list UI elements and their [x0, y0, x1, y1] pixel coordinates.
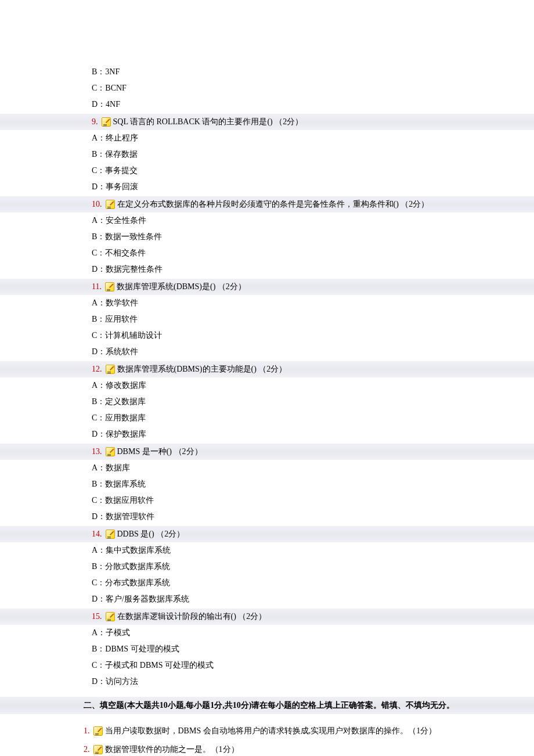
edit-icon[interactable] [106, 365, 115, 374]
option-a: A：数据库 [0, 460, 534, 476]
option-text: C：BCNF [0, 80, 534, 96]
question-header: 14. DDBS 是() （2分） [0, 526, 534, 542]
option-d: D：保护数据库 [0, 426, 534, 442]
edit-icon[interactable] [102, 117, 111, 127]
option-c: C：数据应用软件 [0, 492, 534, 509]
question-number: 10. [92, 199, 102, 210]
option-a: A：安全性条件 [0, 213, 534, 229]
question-header: 12. 数据库管理系统(DBMS)的主要功能是() （2分） [0, 361, 534, 377]
option-a: A：集中式数据库系统 [0, 542, 534, 559]
question-number: 11. [92, 281, 102, 293]
question-text: DBMS 是一种() （2分） [117, 446, 203, 458]
option-text: D：4NF [0, 96, 534, 113]
option-c: C：不相交条件 [0, 245, 534, 261]
edit-icon[interactable] [106, 530, 115, 539]
option-c: C：计算机辅助设计 [0, 327, 534, 344]
question-number: 13. [92, 446, 102, 458]
edit-icon[interactable] [105, 282, 114, 291]
option-a: A：数学软件 [0, 295, 534, 311]
question-14: 14. DDBS 是() （2分） A：集中式数据库系统 B：分散式数据库系统 … [0, 526, 534, 607]
option-b: B：数据一致性条件 [0, 229, 534, 245]
question-header: 15. 在数据库逻辑设计阶段的输出有() （2分） [0, 609, 534, 625]
option-text: B：3NF [0, 64, 534, 80]
question-text: SQL 语言的 ROLLBACK 语句的主要作用是() （2分） [113, 116, 304, 128]
option-b: B：保存数据 [0, 146, 534, 163]
option-a: A：子模式 [0, 625, 534, 641]
question-15: 15. 在数据库逻辑设计阶段的输出有() （2分） A：子模式 B：DBMS 可… [0, 609, 534, 690]
option-b: B：定义数据库 [0, 394, 534, 410]
question-text: 在数据库逻辑设计阶段的输出有() （2分） [117, 611, 267, 622]
option-d: D：客户/服务器数据库系统 [0, 591, 534, 607]
question-number: 1. [84, 725, 90, 737]
option-c: C：分布式数据库系统 [0, 575, 534, 591]
option-d: D：访问方法 [0, 674, 534, 690]
fill-question-2: 2. 数据管理软件的功能之一是。（1分） [0, 741, 534, 756]
edit-icon[interactable] [106, 447, 115, 456]
question-text: 当用户读取数据时，DBMS 会自动地将用户的请求转换成,实现用户对数据库的操作。… [105, 725, 437, 737]
question-text: 在定义分布式数据库的各种片段时必须遵守的条件是完备性条件，重构条件和() （2分… [117, 199, 430, 210]
question-12: 12. 数据库管理系统(DBMS)的主要功能是() （2分） A：修改数据库 B… [0, 361, 534, 442]
option-c: C：事务提交 [0, 163, 534, 179]
option-c: C：应用数据库 [0, 410, 534, 426]
question-header: 13. DBMS 是一种() （2分） [0, 444, 534, 460]
edit-icon[interactable] [93, 726, 103, 736]
question-13: 13. DBMS 是一种() （2分） A：数据库 B：数据库系统 C：数据应用… [0, 444, 534, 525]
orphan-options: B：3NF C：BCNF D：4NF [0, 64, 534, 113]
edit-icon[interactable] [93, 745, 103, 754]
edit-icon[interactable] [106, 612, 115, 621]
question-number: 14. [92, 528, 102, 540]
question-number: 12. [92, 363, 102, 375]
section-2-header: 二、填空题(本大题共10小题,每小题1分,共10分)请在每小题的空格上填上正确答… [0, 697, 534, 714]
option-a: A：终止程序 [0, 130, 534, 146]
option-a: A：修改数据库 [0, 377, 534, 394]
option-b: B：DBMS 可处理的模式 [0, 641, 534, 657]
question-11: 11. 数据库管理系统(DBMS)是() （2分） A：数学软件 B：应用软件 … [0, 279, 534, 360]
option-c: C：子模式和 DBMS 可处理的模式 [0, 657, 534, 674]
question-text: 数据库管理系统(DBMS)的主要功能是() （2分） [117, 363, 287, 375]
edit-icon[interactable] [106, 200, 115, 209]
question-text: 数据库管理系统(DBMS)是() （2分） [117, 281, 246, 293]
option-b: B：数据库系统 [0, 476, 534, 492]
question-number: 9. [92, 116, 98, 128]
question-header: 10. 在定义分布式数据库的各种片段时必须遵守的条件是完备性条件，重构条件和()… [0, 196, 534, 213]
option-b: B：分散式数据库系统 [0, 559, 534, 575]
option-d: D：数据完整性条件 [0, 261, 534, 278]
question-text: 数据管理软件的功能之一是。（1分） [105, 743, 239, 756]
option-d: D：系统软件 [0, 344, 534, 360]
question-text: DDBS 是() （2分） [117, 528, 185, 540]
option-d: D：事务回滚 [0, 179, 534, 195]
question-10: 10. 在定义分布式数据库的各种片段时必须遵守的条件是完备性条件，重构条件和()… [0, 196, 534, 278]
question-9: 9. SQL 语言的 ROLLBACK 语句的主要作用是() （2分） A：终止… [0, 114, 534, 195]
question-number: 15. [92, 611, 102, 622]
option-d: D：数据管理软件 [0, 509, 534, 525]
option-b: B：应用软件 [0, 311, 534, 327]
fill-question-1: 1. 当用户读取数据时，DBMS 会自动地将用户的请求转换成,实现用户对数据库的… [0, 722, 534, 740]
question-header: 11. 数据库管理系统(DBMS)是() （2分） [0, 279, 534, 295]
question-header: 9. SQL 语言的 ROLLBACK 语句的主要作用是() （2分） [0, 114, 534, 130]
question-number: 2. [84, 743, 90, 756]
